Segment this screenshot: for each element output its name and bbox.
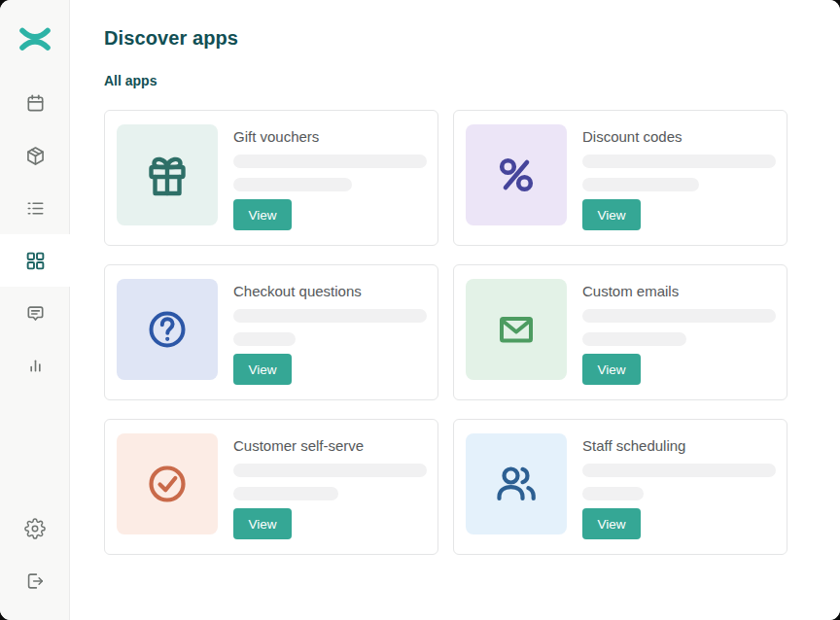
view-button-staff-scheduling[interactable]: View	[582, 508, 641, 539]
chat-icon	[24, 302, 47, 325]
app-card-title: Staff scheduling	[582, 436, 685, 455]
envelope-icon	[466, 279, 567, 380]
app-card-grid: Gift vouchers View Discount codes	[104, 110, 840, 555]
app-card-title: Gift vouchers	[233, 127, 319, 146]
app-card-title: Discount codes	[582, 127, 682, 146]
skeleton-bar	[233, 487, 338, 500]
view-button-gift-vouchers[interactable]: View	[233, 199, 292, 230]
bar-chart-icon	[24, 355, 47, 377]
package-icon	[24, 145, 47, 167]
sidebar-footer	[0, 502, 69, 620]
people-icon	[466, 433, 567, 534]
brand-logo[interactable]	[0, 0, 69, 52]
view-button-customer-self-serve[interactable]: View	[233, 508, 292, 539]
skeleton-bar	[233, 309, 427, 323]
skeleton-bar	[233, 464, 427, 477]
app-card-gift-vouchers: Gift vouchers View	[104, 110, 438, 246]
sidebar	[0, 0, 70, 620]
skeleton-bar	[233, 178, 352, 191]
sidebar-item-messages[interactable]	[0, 287, 70, 339]
sidebar-item-logout[interactable]	[0, 555, 70, 607]
sidebar-item-package[interactable]	[0, 129, 70, 182]
app-card-customer-self-serve: Customer self-serve View	[104, 419, 438, 555]
question-circle-icon	[117, 279, 218, 380]
skeleton-bar	[582, 464, 776, 477]
sidebar-item-calendar[interactable]	[0, 77, 70, 129]
sidebar-item-list[interactable]	[0, 182, 70, 234]
app-card-discount-codes: Discount codes View	[453, 110, 788, 246]
skeleton-bar	[582, 178, 699, 191]
app-card-checkout-questions: Checkout questions View	[104, 264, 438, 400]
app-card-title: Customer self-serve	[233, 436, 364, 455]
gift-icon	[117, 124, 218, 225]
list-icon	[24, 197, 47, 220]
sidebar-item-reports[interactable]	[0, 339, 70, 392]
skeleton-bar	[233, 332, 296, 346]
skeleton-bar	[582, 155, 776, 168]
skeleton-bar	[233, 155, 427, 168]
app-card-title: Checkout questions	[233, 282, 362, 300]
view-button-checkout-questions[interactable]: View	[233, 354, 292, 385]
logout-icon	[24, 570, 46, 592]
view-button-custom-emails[interactable]: View	[582, 354, 641, 385]
sidebar-nav	[0, 77, 69, 392]
section-label-all-apps: All apps	[104, 73, 840, 88]
app-card-staff-scheduling: Staff scheduling View	[453, 419, 788, 555]
app-card-custom-emails: Custom emails View	[453, 264, 788, 400]
sidebar-item-apps[interactable]	[0, 234, 70, 287]
percent-icon	[466, 124, 567, 225]
skeleton-bar	[582, 487, 644, 500]
skeleton-bar	[582, 332, 686, 346]
view-button-discount-codes[interactable]: View	[582, 199, 641, 230]
page-title: Discover apps	[104, 27, 840, 50]
gear-icon	[24, 518, 46, 539]
sidebar-spacer	[0, 392, 69, 502]
brand-logo-icon	[18, 24, 52, 53]
apps-grid-icon	[24, 250, 47, 272]
calendar-icon	[24, 92, 47, 115]
skeleton-bar	[582, 309, 776, 323]
app-window: Discover apps All apps Gift vouchers	[0, 0, 840, 620]
app-card-title: Custom emails	[582, 282, 679, 300]
main-content: Discover apps All apps Gift vouchers	[70, 0, 840, 620]
check-circle-icon	[117, 433, 218, 534]
sidebar-item-settings[interactable]	[0, 502, 70, 555]
